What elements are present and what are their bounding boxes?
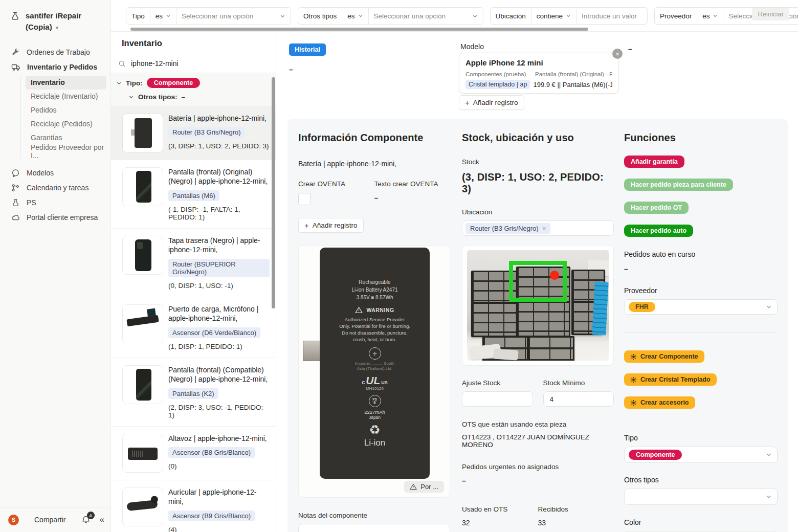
modelo-column-header: Componentes (prueba) bbox=[465, 71, 528, 77]
notifications-button[interactable]: 4 bbox=[81, 515, 91, 524]
pedido-auto-button[interactable]: Hacer pedido auto bbox=[624, 225, 693, 237]
crear-accesorio-button[interactable]: Crear accesorio bbox=[624, 396, 695, 409]
battery-text: crush, heat, or burn. bbox=[320, 336, 430, 343]
workflow-icon bbox=[11, 184, 20, 192]
sidebar-item-portal-cliente[interactable]: Portal cliente empresa bbox=[4, 210, 106, 225]
remove-tag-icon[interactable]: × bbox=[542, 225, 546, 232]
add-record-button[interactable]: + Añadir registro bbox=[298, 218, 364, 233]
anadir-garantia-button[interactable]: Añadir garantía bbox=[624, 156, 684, 168]
notas-input[interactable] bbox=[298, 524, 450, 532]
ubicacion-field[interactable]: Router (B3 Gris/Negro) × bbox=[462, 220, 614, 236]
reset-filters-button[interactable]: Reiniciar bbox=[752, 8, 789, 20]
tipo-label: Tipo bbox=[624, 434, 778, 442]
battery-text: WARNING bbox=[366, 307, 394, 313]
modelo-card[interactable]: Apple iPhone 12 mini Componentes (prueba… bbox=[459, 53, 619, 94]
battery-photo: Rechargeable Li-ion Battery A2471 3.85V … bbox=[298, 245, 450, 498]
modelo-column-header: Pantalla (frontal) (Original) - Pre... bbox=[535, 71, 612, 77]
vertical-scrollbar[interactable] bbox=[272, 77, 275, 308]
add-record-button[interactable]: + Añadir registro bbox=[459, 95, 524, 110]
battery-text: MH10120 bbox=[320, 386, 430, 391]
item-thumbnail bbox=[122, 114, 163, 152]
crear-cristal-templado-button[interactable]: Crear Cristal Templado bbox=[624, 373, 717, 386]
close-icon[interactable]: × bbox=[612, 49, 623, 59]
sidebar-item-ps[interactable]: PS bbox=[4, 195, 106, 210]
pedido-pieza-cliente-button[interactable]: Hacer pedido pieza para cliente bbox=[624, 179, 733, 191]
urgentes-value: – bbox=[462, 477, 614, 485]
sidebar-item-modelos[interactable]: Modelos bbox=[4, 166, 106, 181]
location-highlight-box bbox=[509, 261, 567, 302]
item-thumbnail bbox=[122, 365, 163, 404]
list-item[interactable]: Tapa trasera (Negro) | apple-iphone-12-m… bbox=[111, 229, 276, 297]
chevron-down-icon bbox=[166, 13, 171, 18]
filter-operator-dropdown[interactable]: contiene bbox=[531, 8, 577, 24]
sidebar-item-reciclaje-inventario[interactable]: Reciclaje (Inventario) bbox=[26, 90, 106, 103]
filter-value-dropdown[interactable]: Seleccionar una opción bbox=[176, 8, 291, 24]
shelf-photo bbox=[467, 250, 609, 361]
list-item[interactable]: Pantalla (frontal) (Original) (Negro) | … bbox=[111, 160, 276, 229]
filter-field-label: Ubicación bbox=[491, 8, 531, 24]
filter-value-input[interactable]: Introduce un valor bbox=[577, 8, 647, 24]
stock-label: Stock bbox=[462, 158, 614, 166]
filter-groups: Tipo es Seleccionar una opción Otros tip… bbox=[126, 7, 798, 25]
item-stock: (3, DISP: 1, USO: 2, PEDIDO: 3) bbox=[168, 142, 269, 150]
por-button[interactable]: Por ... bbox=[404, 481, 444, 493]
workspace-switcher[interactable]: santifer iRepair (Copia) ▾ bbox=[0, 0, 110, 38]
empty-field-dash: – bbox=[628, 45, 632, 53]
chevron-down-icon[interactable] bbox=[128, 94, 134, 100]
list-item[interactable]: Auricular | apple-iphone-12-mini, Ascens… bbox=[111, 480, 276, 532]
item-thumbnail bbox=[122, 487, 163, 526]
sidebar-item-label: Inventario y Pedidos bbox=[27, 63, 97, 71]
filter-operator-dropdown[interactable]: es bbox=[342, 8, 368, 24]
sidebar-item-ordenes[interactable]: Ordenes de Trabajo bbox=[4, 45, 106, 60]
historial-button[interactable]: Historial bbox=[289, 43, 326, 56]
battery-text: Li-ion Battery A2471 bbox=[320, 286, 430, 294]
recibidos-label: Recibidos bbox=[538, 505, 614, 513]
filter-value-dropdown[interactable]: Seleccionar una opción bbox=[369, 8, 483, 24]
crear-componente-button[interactable]: Crear Componente bbox=[624, 350, 704, 363]
sidebar-item-label: Portal cliente empresa bbox=[27, 213, 98, 221]
item-title: Puerto de carga, Micrófono | apple-iphon… bbox=[168, 304, 270, 323]
sidebar-item-inventario-pedidos[interactable]: Inventario y Pedidos bbox=[4, 60, 106, 75]
battery-text: 3.85V ≡ 8.57Wh bbox=[320, 294, 430, 301]
collapse-sidebar-icon[interactable]: « bbox=[100, 515, 103, 525]
list-item[interactable]: Puerto de carga, Micrófono | apple-iphon… bbox=[111, 297, 276, 358]
share-button[interactable]: Compartir bbox=[34, 516, 65, 524]
avatar[interactable]: S bbox=[8, 515, 19, 525]
stock-column: Stock, ubicación y uso Stock (3, DISP: 1… bbox=[462, 119, 614, 532]
chevron-down-icon[interactable] bbox=[116, 80, 122, 86]
sidebar-item-inventario[interactable]: Inventario bbox=[26, 76, 106, 90]
filter-operator-dropdown[interactable]: es bbox=[150, 8, 176, 24]
search-input[interactable] bbox=[130, 59, 250, 68]
pedido-ot-button[interactable]: Hacer pedido OT bbox=[624, 202, 689, 214]
item-title: Auricular | apple-iphone-12-mini, bbox=[168, 487, 270, 506]
sidebar-item-garantias[interactable]: Garantías bbox=[26, 131, 106, 145]
proveedor-label: Proveedor bbox=[624, 286, 778, 295]
stock-minimo-input[interactable] bbox=[543, 391, 614, 407]
otros-tipos-select[interactable] bbox=[624, 489, 778, 505]
proveedor-select[interactable]: FHR bbox=[624, 299, 778, 315]
crear-oventa-checkbox[interactable] bbox=[298, 193, 311, 205]
item-thumbnail bbox=[122, 304, 163, 343]
horizontal-scrollbar[interactable] bbox=[130, 28, 588, 31]
sidebar-item-reciclaje-pedidos[interactable]: Reciclaje (Pedidos) bbox=[26, 117, 106, 131]
location-dot bbox=[550, 271, 559, 280]
list-item[interactable]: Batería | apple-iphone-12-mini, Router (… bbox=[111, 106, 276, 160]
item-location-tag: Ascensor (D6 Verde/Blanco) bbox=[168, 327, 260, 338]
ajuste-stock-input[interactable] bbox=[462, 391, 533, 407]
tipo-componente-tag[interactable]: Componente bbox=[147, 78, 200, 88]
sidebar-item-calendario[interactable]: Calendario y tareas bbox=[4, 181, 106, 195]
list-item[interactable]: Pantalla (frontal) (Compatible) (Negro) … bbox=[111, 358, 276, 427]
chevron-down-icon bbox=[766, 304, 772, 310]
sidebar-item-pedidos-proveedor[interactable]: Pedidos Proveedor por I... bbox=[26, 145, 106, 159]
search-icon bbox=[118, 60, 126, 68]
item-location-tag: Ascensor (B9 Gris/Blanco) bbox=[168, 511, 255, 521]
filter-operator-dropdown[interactable]: es bbox=[697, 8, 723, 24]
tipo-select[interactable]: Componente bbox=[624, 447, 778, 463]
filter-tree: Tipo: Componente Otros tipos: – bbox=[111, 73, 276, 106]
sidebar-item-pedidos[interactable]: Pedidos bbox=[26, 103, 106, 117]
modelo-title: Apple iPhone 12 mini bbox=[465, 58, 612, 67]
list-item[interactable]: Altavoz | apple-iphone-12-mini, Ascensor… bbox=[111, 427, 276, 480]
main-content: Historial – Modelo Apple iPhone 12 mini … bbox=[276, 32, 798, 532]
pedidos-auto-label: Pedidos auto en curso bbox=[624, 250, 778, 258]
crear-oventa-label: Crear OVENTA bbox=[298, 180, 374, 188]
